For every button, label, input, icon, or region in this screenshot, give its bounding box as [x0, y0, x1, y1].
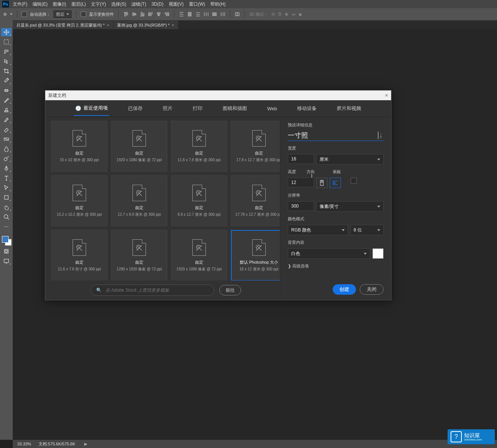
bit-depth-select[interactable]: 8 位 — [350, 225, 384, 235]
brush-tool[interactable] — [1, 96, 12, 104]
menu-view[interactable]: 视图(V) — [169, 1, 184, 7]
doc-tab-0[interactable]: 吕显东.psd @ 33.3% (背景 拷贝 2, 图层蒙版/8) *× — [13, 21, 113, 30]
tab-print[interactable]: 打印 — [191, 101, 204, 116]
blur-tool[interactable] — [1, 145, 12, 153]
preset-item[interactable]: 自定1920 x 1080 像素 @ 72 ppi — [171, 230, 227, 280]
crop-tool[interactable] — [1, 67, 12, 75]
3d-camera-icon[interactable]: ■ — [299, 12, 302, 17]
close-tab-icon[interactable]: × — [107, 23, 109, 27]
dist-left-icon[interactable] — [204, 12, 209, 17]
menu-image[interactable]: 图像(I) — [53, 1, 66, 7]
close-icon[interactable]: × — [385, 92, 388, 98]
edit-toolbar[interactable]: ⋯ — [1, 223, 12, 231]
tab-mobile[interactable]: 移动设备 — [296, 101, 318, 116]
dist-vcenter-icon[interactable] — [187, 12, 192, 17]
menu-select[interactable]: 选择(S) — [111, 1, 126, 7]
zoom-level[interactable]: 33.33% — [17, 442, 31, 446]
dist-top-icon[interactable] — [179, 12, 184, 17]
preset-item[interactable]: 默认 Photoshop 大小16 x 12 厘米 @ 300 ppi — [231, 230, 280, 280]
align-top-icon[interactable] — [123, 12, 128, 17]
history-brush-tool[interactable] — [1, 116, 12, 124]
doc-size[interactable]: 文档:575.6K/575.6K — [39, 441, 75, 447]
type-tool[interactable] — [1, 174, 12, 182]
resolution-input[interactable] — [288, 201, 314, 211]
dist-hcenter-icon[interactable] — [212, 12, 217, 17]
stock-search-input[interactable] — [105, 287, 208, 293]
width-input[interactable] — [288, 154, 314, 164]
advanced-toggle[interactable]: ❯ 高级选项 — [288, 263, 384, 269]
artboard-checkbox[interactable] — [351, 178, 357, 184]
preset-item[interactable]: 自定1280 x 1920 像素 @ 72 ppi — [111, 230, 167, 280]
tab-art[interactable]: 图稿和插图 — [221, 101, 248, 116]
stock-search[interactable]: 🔍 — [91, 285, 214, 296]
width-unit-select[interactable]: 厘米 — [316, 154, 384, 165]
create-button[interactable]: 创建 — [333, 284, 356, 295]
move-tool[interactable] — [1, 28, 12, 36]
background-color-swatch[interactable] — [372, 248, 384, 259]
eraser-tool[interactable] — [1, 125, 12, 134]
preset-item[interactable]: 自定15 x 10 厘米 @ 300 ppi — [51, 121, 107, 172]
3d-roll-icon[interactable]: ⥀ — [278, 12, 281, 17]
auto-select-checkbox[interactable] — [22, 12, 27, 17]
align-left-icon[interactable] — [148, 12, 153, 17]
align-vcenter-icon[interactable] — [131, 12, 137, 17]
tool-preset-caret[interactable] — [10, 13, 12, 15]
preset-item[interactable]: 自定11.6 x 7.8 厘米 @ 300 ppi — [171, 121, 227, 172]
lasso-tool[interactable] — [1, 47, 12, 56]
tab-web[interactable]: Web — [266, 102, 279, 115]
auto-select-target[interactable]: 图层 — [54, 10, 71, 18]
preset-item[interactable]: 自定1920 x 1080 像素 @ 72 ppi — [111, 121, 167, 172]
3d-slide-icon[interactable]: ⇔ — [292, 12, 296, 17]
background-select[interactable]: 白色 — [288, 248, 370, 259]
align-hcenter-icon[interactable] — [156, 12, 161, 17]
auto-align-icon[interactable] — [235, 12, 240, 17]
preset-item[interactable]: 自定8.9 x 12.7 厘米 @ 300 ppi — [171, 175, 227, 226]
3d-orbit-icon[interactable]: ⟲ — [271, 12, 275, 17]
dodge-tool[interactable] — [1, 154, 12, 163]
marquee-tool[interactable] — [1, 38, 12, 46]
tab-saved[interactable]: 已保存 — [126, 101, 144, 116]
menu-layer[interactable]: 图层(L) — [71, 1, 86, 7]
preset-item[interactable]: 自定11.6 x 7.8 英寸 @ 300 ppi — [51, 230, 107, 280]
tab-photo[interactable]: 照片 — [161, 101, 174, 116]
shape-tool[interactable] — [1, 193, 12, 202]
healing-tool[interactable] — [1, 86, 12, 95]
menu-filter[interactable]: 滤镜(T) — [131, 1, 146, 7]
doc-tab-1[interactable]: 案例.jpg @ 33.3%(RGB/8*) *× — [113, 21, 178, 30]
dist-right-icon[interactable] — [220, 12, 225, 17]
align-right-icon[interactable] — [164, 12, 170, 17]
tab-film[interactable]: 胶片和视频 — [335, 101, 363, 116]
menu-edit[interactable]: 编辑(E) — [33, 1, 48, 7]
clone-stamp-tool[interactable] — [1, 106, 12, 114]
portrait-button[interactable] — [316, 178, 327, 188]
landscape-button[interactable] — [330, 178, 341, 188]
color-swatches[interactable] — [1, 235, 12, 246]
zoom-tool[interactable] — [1, 213, 12, 221]
preset-name-input[interactable]: 一寸照 — [288, 131, 378, 140]
eyedropper-tool[interactable] — [1, 77, 12, 85]
preset-item[interactable]: 自定12.7 x 8.9 厘米 @ 300 ppi — [111, 175, 167, 226]
preset-item[interactable]: 自定17.78 x 12.7 厘米 @ 300 ppi — [231, 175, 280, 226]
quick-select-tool[interactable] — [1, 57, 12, 65]
close-tab-icon[interactable]: × — [172, 23, 174, 27]
gradient-tool[interactable] — [1, 135, 12, 143]
menu-3d[interactable]: 3D(D) — [152, 1, 164, 7]
height-input[interactable] — [288, 178, 314, 187]
color-mode-select[interactable]: RGB 颜色 — [288, 225, 348, 235]
3d-pan-icon[interactable]: ✥ — [284, 12, 289, 17]
preset-item[interactable]: 自定17.8 x 12.7 厘米 @ 300 ppi — [231, 121, 280, 172]
tab-recent[interactable]: 🕓最近使用项 — [74, 101, 109, 116]
resolution-unit-select[interactable]: 像素/英寸 — [316, 201, 384, 212]
show-transform-checkbox[interactable] — [81, 12, 86, 17]
close-button[interactable]: 关闭 — [360, 284, 384, 295]
menu-window[interactable]: 窗口(W) — [189, 1, 205, 7]
hand-tool[interactable] — [1, 203, 12, 211]
screen-mode[interactable] — [1, 257, 12, 265]
align-bottom-icon[interactable] — [140, 12, 145, 17]
preset-item[interactable]: 自定15.2 x 10.2 厘米 @ 300 ppi — [51, 175, 107, 226]
menu-file[interactable]: 文件(F) — [13, 1, 27, 7]
pen-tool[interactable] — [1, 164, 12, 172]
path-select-tool[interactable] — [1, 184, 12, 192]
menu-type[interactable]: 文字(Y) — [91, 1, 106, 7]
dist-bottom-icon[interactable] — [195, 12, 201, 17]
